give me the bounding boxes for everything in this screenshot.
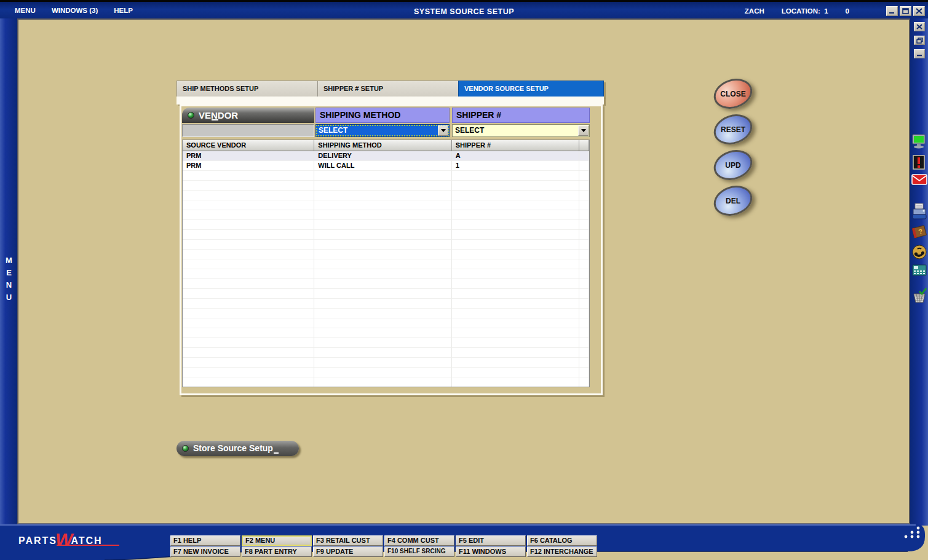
tab-bar: SHIP METHODS SETUP SHIPPER # SETUP VENDO…: [176, 81, 604, 97]
grid-header-spacer: [579, 140, 589, 151]
function-key-bar: F1 HELP F2 MENU F3 RETAIL CUST F4 COMM C…: [170, 535, 597, 557]
shipper-number-select[interactable]: SELECT: [452, 124, 590, 137]
shipping-method-select[interactable]: SELECT: [315, 124, 450, 137]
shipping-method-select-value: SELECT: [319, 126, 347, 135]
tab-ship-methods-setup[interactable]: SHIP METHODS SETUP: [176, 81, 317, 97]
mnemonic-underline: [274, 452, 279, 454]
maximize-icon[interactable]: [900, 6, 911, 16]
table-row-empty: [183, 279, 589, 289]
mail-icon[interactable]: [911, 173, 926, 188]
fkey-f2-menu[interactable]: F2 MENU: [242, 535, 312, 546]
user-name: ZACH: [745, 7, 764, 15]
grid-header-row: SOURCE VENDOR SHIPPING METHOD SHIPPER #: [183, 140, 589, 151]
table-row-empty: [183, 171, 589, 181]
fkey-f10-shelf-srcing[interactable]: F10 SHELF SRCING: [384, 546, 454, 557]
table-row-empty: [183, 210, 589, 220]
fkey-f6-catalog[interactable]: F6 CATALOG: [527, 535, 597, 546]
calculator-icon[interactable]: [911, 263, 926, 280]
window-controls: [886, 6, 925, 16]
fkey-f11-windows[interactable]: F11 WINDOWS: [456, 546, 526, 557]
alert-icon[interactable]: [911, 155, 926, 173]
monitor-icon[interactable]: [911, 134, 926, 154]
green-led-icon: [188, 112, 194, 119]
location-value: 1: [824, 7, 828, 15]
table-row-empty: [183, 338, 589, 348]
book-icon[interactable]: ?: [911, 224, 926, 243]
restore-icon[interactable]: [914, 36, 925, 45]
shipping-method-header: SHIPPING METHOD: [315, 108, 450, 123]
source-grid: SOURCE VENDOR SHIPPING METHOD SHIPPER # …: [182, 140, 590, 387]
table-row-empty: [183, 368, 589, 377]
cell-shipper: 1: [452, 161, 579, 171]
cell-spacer: [579, 151, 589, 161]
mnemonic-underline: [212, 119, 218, 120]
table-row-empty: [183, 377, 589, 387]
grid-header-shipping-method[interactable]: SHIPPING METHOD: [314, 140, 451, 151]
store-source-setup-button[interactable]: Store Source Setup: [176, 441, 299, 456]
vendor-source-panel: VENDOR SHIPPING METHOD SHIPPER # SELECT …: [180, 105, 603, 395]
phone-icon[interactable]: [911, 243, 926, 263]
cell-shipper: A: [452, 151, 579, 161]
grid-header-source-vendor[interactable]: SOURCE VENDOR: [183, 140, 314, 151]
fkey-f7-new-invoice[interactable]: F7 NEW INVOICE: [170, 546, 240, 557]
vertical-menu-button[interactable]: MENU: [0, 256, 17, 305]
vendor-header-button[interactable]: VENDOR: [182, 108, 314, 123]
cart-check-icon[interactable]: [911, 286, 926, 309]
close-icon[interactable]: [913, 6, 925, 16]
table-row-empty: [183, 240, 589, 250]
minimize-icon[interactable]: [914, 49, 925, 58]
cell-source-vendor: PRM: [183, 161, 314, 171]
left-rail: MENU: [0, 18, 17, 526]
chevron-down-icon[interactable]: [438, 125, 448, 136]
fkey-f1-help[interactable]: F1 HELP: [170, 535, 240, 546]
tab-shipper-setup[interactable]: SHIPPER # SETUP: [317, 81, 458, 97]
right-rail: ?: [910, 18, 928, 526]
aux-counter: 0: [846, 7, 849, 15]
cell-spacer: [579, 161, 589, 171]
vendor-header-label: VENDOR: [199, 108, 238, 123]
table-row-empty: [183, 348, 589, 358]
table-row-empty: [183, 269, 589, 279]
table-row-empty: [183, 220, 589, 230]
vendor-filter-cell[interactable]: [182, 124, 314, 137]
cell-shipping-method: WILL CALL: [314, 161, 451, 171]
table-row-empty: [183, 318, 589, 328]
table-row-empty: [183, 328, 589, 338]
location-label: LOCATION: 1: [782, 7, 828, 15]
green-led-icon: [182, 445, 189, 452]
fkey-f3-retail-cust[interactable]: F3 RETAIL CUST: [313, 535, 383, 546]
cell-source-vendor: PRM: [183, 151, 314, 161]
close-icon[interactable]: [914, 22, 925, 31]
fkey-f8-part-entry[interactable]: F8 PART ENTRY: [242, 546, 312, 557]
partswatch-logo: PARTSWATCH: [18, 527, 129, 550]
minimize-icon[interactable]: [886, 6, 898, 16]
logo-w-mark: W: [55, 529, 73, 550]
tab-vendor-source-setup[interactable]: VENDOR SOURCE SETUP: [458, 81, 604, 97]
grid-header-shipper[interactable]: SHIPPER #: [452, 140, 579, 151]
printer-icon[interactable]: [911, 203, 926, 224]
table-row-empty: [183, 358, 589, 368]
table-row-empty: [183, 309, 589, 318]
table-row[interactable]: PRM DELIVERY A: [183, 151, 589, 161]
table-row-empty: [183, 259, 589, 269]
table-row-empty: [183, 191, 589, 200]
fkey-f5-edit[interactable]: F5 EDIT: [456, 535, 526, 546]
fkey-f4-comm-cust[interactable]: F4 COMM CUST: [384, 535, 454, 546]
logo-underline: [57, 545, 119, 546]
table-row-empty: [183, 200, 589, 210]
titlebar-status: ZACH LOCATION: 1 0: [745, 7, 849, 15]
tab-underbar: [176, 97, 604, 105]
chevron-down-icon[interactable]: [578, 125, 589, 136]
cell-shipping-method: DELIVERY: [314, 151, 451, 161]
shipper-number-header: SHIPPER #: [452, 108, 590, 123]
titlebar: MENU WINDOWS (3) HELP SYSTEM SOURCE SETU…: [0, 0, 928, 18]
app-window: MENU WINDOWS (3) HELP SYSTEM SOURCE SETU…: [0, 0, 928, 560]
shipper-number-select-value: SELECT: [455, 126, 484, 135]
table-row-empty: [183, 230, 589, 240]
table-row-empty: [183, 289, 589, 299]
fkey-f12-interchange[interactable]: F12 INTERCHANGE: [527, 546, 597, 557]
fkey-f9-update[interactable]: F9 UPDATE: [313, 546, 383, 557]
table-row[interactable]: PRM WILL CALL 1: [183, 161, 589, 171]
table-row-empty: [183, 250, 589, 259]
logo-text-parts: PARTS: [18, 535, 57, 546]
